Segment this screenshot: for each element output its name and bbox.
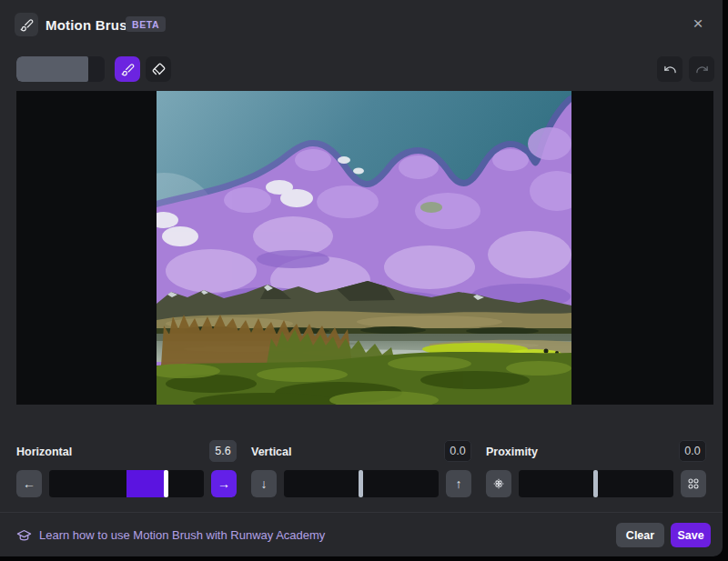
motion-brush-dialog: Motion Brush BETA × xyxy=(0,0,728,561)
vertical-label: Vertical xyxy=(251,446,291,458)
vertical-control: Vertical 0.0 ↓ ↑ xyxy=(251,440,471,498)
horizontal-label: Horizontal xyxy=(16,446,72,458)
brush-tool-button[interactable] xyxy=(115,56,140,82)
horizontal-slider-fill xyxy=(126,470,167,497)
save-button[interactable]: Save xyxy=(671,523,711,547)
close-icon[interactable]: × xyxy=(688,14,708,34)
landscape-image-with-motion-mask[interactable] xyxy=(157,91,571,405)
proximity-away-button[interactable] xyxy=(681,470,706,497)
page-title: Motion Brush xyxy=(46,17,136,33)
horizontal-value[interactable]: 5.6 xyxy=(209,440,237,462)
motion-brush-icon xyxy=(15,13,38,36)
redo-icon xyxy=(695,63,709,76)
horizontal-slider-track[interactable] xyxy=(49,470,204,497)
converge-dots-icon xyxy=(491,476,506,491)
brush-size-slider[interactable] xyxy=(16,56,105,82)
vertical-slider-track[interactable] xyxy=(284,470,439,497)
proximity-slider-track[interactable] xyxy=(519,470,673,497)
vertical-slider-thumb[interactable] xyxy=(359,470,363,497)
runway-academy-link[interactable]: Learn how to use Motion Brush with Runwa… xyxy=(16,527,325,543)
footer-divider xyxy=(0,512,723,513)
proximity-label: Proximity xyxy=(486,446,538,458)
arrow-right-icon: → xyxy=(217,476,230,491)
arrow-left-icon: ← xyxy=(23,476,35,491)
undo-icon xyxy=(663,63,677,76)
arrow-up-icon: ↑ xyxy=(456,476,462,491)
graduation-cap-icon xyxy=(16,527,32,543)
arrow-down-button[interactable]: ↓ xyxy=(251,470,277,497)
brush-size-fill xyxy=(16,56,88,82)
arrow-left-button[interactable]: ← xyxy=(16,470,42,497)
dialog-surface: Motion Brush BETA × xyxy=(0,0,723,556)
paint-canvas[interactable] xyxy=(16,91,713,405)
diverge-dots-icon xyxy=(686,476,701,491)
proximity-slider-thumb[interactable] xyxy=(593,470,598,497)
arrow-down-icon: ↓ xyxy=(261,476,268,491)
arrow-right-button[interactable]: → xyxy=(211,470,237,497)
beta-badge: BETA xyxy=(126,16,166,32)
eraser-tool-button[interactable] xyxy=(146,56,171,82)
vertical-value[interactable]: 0.0 xyxy=(444,440,471,462)
undo-button[interactable] xyxy=(657,56,682,82)
arrow-up-button[interactable]: ↑ xyxy=(446,470,471,497)
horizontal-slider-thumb[interactable] xyxy=(164,470,168,497)
proximity-control: Proximity 0.0 xyxy=(486,440,706,498)
clear-button[interactable]: Clear xyxy=(616,523,664,547)
runway-academy-link-label: Learn how to use Motion Brush with Runwa… xyxy=(39,528,325,542)
eraser-icon xyxy=(152,63,166,76)
brush-icon xyxy=(121,63,135,76)
proximity-value[interactable]: 0.0 xyxy=(679,440,706,462)
proximity-toward-button[interactable] xyxy=(486,470,511,497)
redo-button[interactable] xyxy=(689,56,714,82)
horizontal-control: Horizontal 5.6 ← → xyxy=(16,440,237,498)
